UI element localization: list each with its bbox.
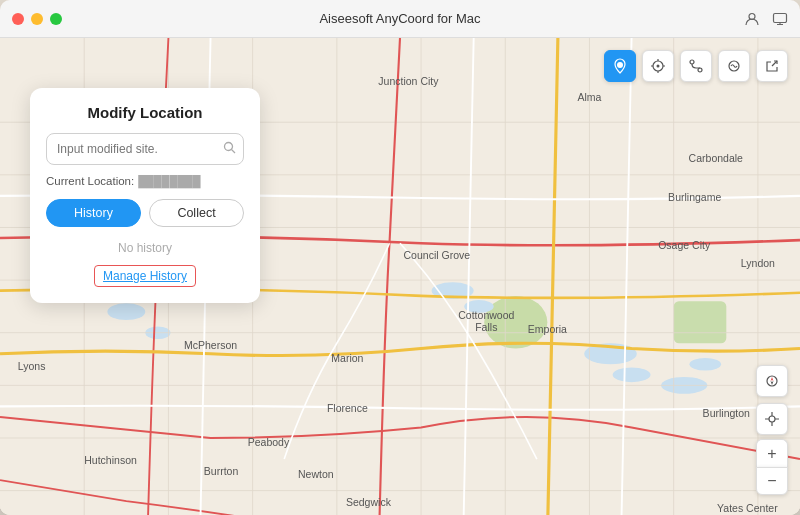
svg-point-59 xyxy=(690,60,694,64)
minimize-button[interactable] xyxy=(31,13,43,25)
svg-point-54 xyxy=(657,65,660,68)
route-button[interactable] xyxy=(680,50,712,82)
maximize-button[interactable] xyxy=(50,13,62,25)
titlebar-actions xyxy=(744,11,788,27)
svg-text:Yates Center: Yates Center xyxy=(717,502,778,514)
map-controls-right xyxy=(756,365,788,435)
svg-text:Burlington: Burlington xyxy=(703,407,751,419)
zoom-in-button[interactable]: + xyxy=(756,439,788,467)
svg-text:Cottonwood: Cottonwood xyxy=(458,309,514,321)
svg-point-52 xyxy=(617,62,623,68)
svg-text:Burlingame: Burlingame xyxy=(668,191,721,203)
current-location-row: Current Location: ████████ xyxy=(46,175,244,187)
svg-text:Marion: Marion xyxy=(331,352,363,364)
tab-row: History Collect xyxy=(46,199,244,227)
titlebar: Aiseesoft AnyCoord for Mac xyxy=(0,0,800,38)
svg-text:Lyons: Lyons xyxy=(18,360,46,372)
svg-rect-1 xyxy=(774,13,787,22)
history-tab[interactable]: History xyxy=(46,199,141,227)
user-icon[interactable] xyxy=(744,11,760,27)
map-mode-button[interactable] xyxy=(642,50,674,82)
app-window: Aiseesoft AnyCoord for Mac xyxy=(0,0,800,515)
close-button[interactable] xyxy=(12,13,24,25)
svg-point-5 xyxy=(107,303,145,320)
svg-text:Emporia: Emporia xyxy=(528,323,567,335)
search-box xyxy=(46,133,244,165)
traffic-lights xyxy=(12,13,62,25)
svg-rect-4 xyxy=(674,301,727,343)
svg-text:Falls: Falls xyxy=(475,321,497,333)
crosshair-button[interactable] xyxy=(756,403,788,435)
svg-text:Sedgwick: Sedgwick xyxy=(346,496,392,508)
search-icon xyxy=(223,141,236,157)
svg-text:Council Grove: Council Grove xyxy=(404,249,471,261)
zoom-out-button[interactable]: − xyxy=(756,467,788,495)
svg-text:McPherson: McPherson xyxy=(184,339,237,351)
svg-point-63 xyxy=(769,416,775,422)
svg-text:Newton: Newton xyxy=(298,468,334,480)
svg-text:Alma: Alma xyxy=(577,91,601,103)
svg-point-10 xyxy=(613,367,651,382)
search-input[interactable] xyxy=(46,133,244,165)
compass-button[interactable] xyxy=(756,365,788,397)
no-history-text: No history xyxy=(46,241,244,255)
svg-text:Junction City: Junction City xyxy=(378,75,439,87)
location-pin-button[interactable] xyxy=(604,50,636,82)
svg-text:Hutchinson: Hutchinson xyxy=(84,454,137,466)
jump-button[interactable] xyxy=(718,50,750,82)
modify-location-panel: Modify Location Current Location: ██████… xyxy=(30,88,260,303)
app-title: Aiseesoft AnyCoord for Mac xyxy=(319,11,480,26)
collect-tab[interactable]: Collect xyxy=(149,199,244,227)
export-button[interactable] xyxy=(756,50,788,82)
current-location-value: ████████ xyxy=(138,175,200,187)
svg-point-68 xyxy=(225,143,233,151)
map-controls-zoom: + − xyxy=(756,439,788,495)
manage-history-link[interactable]: Manage History xyxy=(94,265,196,287)
svg-point-12 xyxy=(689,358,721,371)
panel-title: Modify Location xyxy=(46,104,244,121)
map-controls-top xyxy=(604,50,788,82)
map-container[interactable]: Junction City Alma Abilene Carbondale Bu… xyxy=(0,38,800,515)
svg-line-69 xyxy=(232,150,236,154)
svg-text:Osage City: Osage City xyxy=(658,239,711,251)
svg-text:Florence: Florence xyxy=(327,402,368,414)
current-location-label: Current Location: xyxy=(46,175,134,187)
screen-icon[interactable] xyxy=(772,11,788,27)
svg-text:Carbondale: Carbondale xyxy=(689,152,744,164)
svg-text:Burrton: Burrton xyxy=(204,465,239,477)
svg-text:Peabody: Peabody xyxy=(248,436,290,448)
svg-text:Lyndon: Lyndon xyxy=(741,257,775,269)
